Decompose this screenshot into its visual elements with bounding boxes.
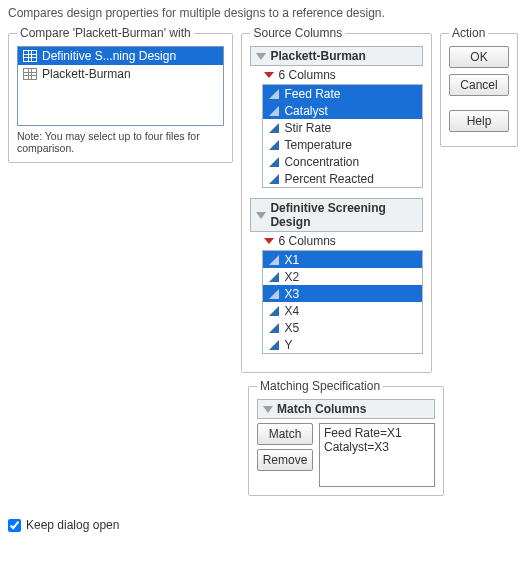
help-button[interactable]: Help xyxy=(449,110,509,132)
compare-listbox[interactable]: Definitive S...ning Design Plackett-Burm… xyxy=(17,46,224,126)
column-item[interactable]: X1 xyxy=(263,251,422,268)
keep-open-checkbox[interactable] xyxy=(8,519,21,532)
column-name: X3 xyxy=(284,287,299,301)
dropdown-icon xyxy=(264,72,274,78)
disclosure-icon xyxy=(263,406,273,413)
match-entry[interactable]: Feed Rate=X1 xyxy=(324,426,430,440)
group-header[interactable]: Definitive Screening Design xyxy=(250,198,423,232)
group-title: Plackett-Burman xyxy=(270,49,365,63)
column-panel: Feed Rate Catalyst Stir Rate Temperature… xyxy=(262,84,423,188)
column-item[interactable]: Y xyxy=(263,336,422,353)
source-fieldset: Source Columns Plackett-Burman 6 Columns… xyxy=(241,26,432,373)
column-item[interactable]: X4 xyxy=(263,302,422,319)
group-header[interactable]: Plackett-Burman xyxy=(250,46,423,66)
group-count-label: 6 Columns xyxy=(278,234,335,248)
column-icon xyxy=(269,123,279,133)
match-list[interactable]: Feed Rate=X1 Catalyst=X3 xyxy=(319,423,435,487)
disclosure-icon xyxy=(256,53,266,60)
column-item[interactable]: X2 xyxy=(263,268,422,285)
compare-item-0[interactable]: Definitive S...ning Design xyxy=(18,47,223,65)
source-legend: Source Columns xyxy=(250,26,345,40)
match-button[interactable]: Match xyxy=(257,423,313,445)
column-icon xyxy=(269,140,279,150)
match-columns-header[interactable]: Match Columns xyxy=(257,399,435,419)
source-group-0: Plackett-Burman 6 Columns Feed Rate Cata… xyxy=(250,46,423,188)
column-name: Y xyxy=(284,338,292,352)
match-columns-title: Match Columns xyxy=(277,402,366,416)
column-panel: X1 X2 X3 X4 X5 Y xyxy=(262,250,423,354)
compare-fieldset: Compare 'Plackett-Burman' with Definitiv… xyxy=(8,26,233,163)
cancel-button[interactable]: Cancel xyxy=(449,74,509,96)
column-item[interactable]: Feed Rate xyxy=(263,85,422,102)
matching-legend: Matching Specification xyxy=(257,379,383,393)
column-icon xyxy=(269,340,279,350)
column-icon xyxy=(269,157,279,167)
column-item[interactable]: Stir Rate xyxy=(263,119,422,136)
compare-item-label: Definitive S...ning Design xyxy=(42,49,176,63)
dialog-subtitle: Compares design properties for multiple … xyxy=(8,6,518,20)
column-item[interactable]: X5 xyxy=(263,319,422,336)
column-name: Feed Rate xyxy=(284,87,340,101)
table-icon xyxy=(23,68,37,80)
group-count[interactable]: 6 Columns xyxy=(250,232,423,250)
compare-legend: Compare 'Plackett-Burman' with xyxy=(17,26,194,40)
column-name: Catalyst xyxy=(284,104,327,118)
column-name: Stir Rate xyxy=(284,121,331,135)
column-name: X2 xyxy=(284,270,299,284)
column-item[interactable]: Temperature xyxy=(263,136,422,153)
match-entry[interactable]: Catalyst=X3 xyxy=(324,440,430,454)
disclosure-icon xyxy=(256,212,266,219)
table-icon xyxy=(23,50,37,62)
column-icon xyxy=(269,255,279,265)
dropdown-icon xyxy=(264,238,274,244)
column-icon xyxy=(269,174,279,184)
column-icon xyxy=(269,289,279,299)
column-name: X1 xyxy=(284,253,299,267)
compare-note: Note: You may select up to four files fo… xyxy=(17,130,224,154)
matching-fieldset: Matching Specification Match Columns Mat… xyxy=(248,379,444,496)
column-icon xyxy=(269,106,279,116)
action-legend: Action xyxy=(449,26,488,40)
column-name: X4 xyxy=(284,304,299,318)
column-item[interactable]: Catalyst xyxy=(263,102,422,119)
column-name: Concentration xyxy=(284,155,359,169)
keep-open-label: Keep dialog open xyxy=(26,518,119,532)
column-item[interactable]: Percent Reacted xyxy=(263,170,422,187)
ok-button[interactable]: OK xyxy=(449,46,509,68)
column-icon xyxy=(269,272,279,282)
column-item[interactable]: Concentration xyxy=(263,153,422,170)
remove-button[interactable]: Remove xyxy=(257,449,313,471)
compare-item-label: Plackett-Burman xyxy=(42,67,131,81)
column-name: Temperature xyxy=(284,138,351,152)
column-icon xyxy=(269,323,279,333)
column-name: Percent Reacted xyxy=(284,172,373,186)
column-name: X5 xyxy=(284,321,299,335)
action-fieldset: Action OK Cancel Help xyxy=(440,26,518,147)
source-group-1: Definitive Screening Design 6 Columns X1… xyxy=(250,198,423,354)
column-icon xyxy=(269,89,279,99)
group-title: Definitive Screening Design xyxy=(270,201,417,229)
column-item[interactable]: X3 xyxy=(263,285,422,302)
compare-item-1[interactable]: Plackett-Burman xyxy=(18,65,223,83)
column-icon xyxy=(269,306,279,316)
group-count[interactable]: 6 Columns xyxy=(250,66,423,84)
group-count-label: 6 Columns xyxy=(278,68,335,82)
